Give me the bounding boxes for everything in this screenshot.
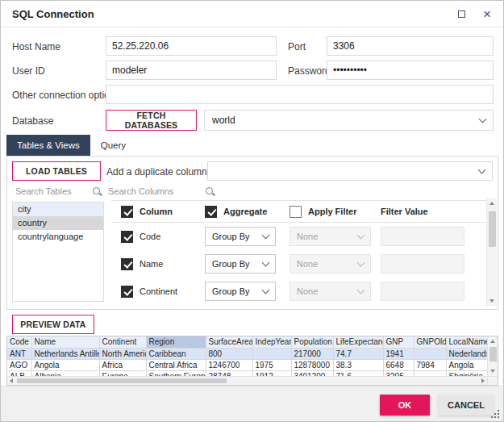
filter-value-input [381, 282, 464, 301]
aggregate-value: Group By [212, 259, 249, 269]
maximize-button[interactable] [448, 1, 474, 27]
password-input[interactable] [327, 61, 494, 80]
column-header-label: Column [140, 207, 173, 216]
fetch-databases-button[interactable]: FETCH DATABASES [106, 110, 197, 131]
preview-data-button[interactable]: PREVIEW DATA [12, 315, 94, 334]
dialog-title: SQL Connection [12, 8, 94, 20]
preview-grid-viewport: Code Name Continent Region SurfaceArea I… [7, 336, 487, 376]
search-columns-input[interactable] [106, 186, 205, 197]
chevron-down-icon [357, 258, 365, 266]
chevron-down-icon [357, 286, 365, 294]
preview-horizontal-scrollbar[interactable] [7, 376, 487, 385]
list-item-city[interactable]: city [13, 203, 103, 216]
user-id-input[interactable] [106, 61, 277, 80]
scroll-thumb[interactable] [489, 347, 497, 361]
column-header-checkbox[interactable] [121, 206, 133, 218]
column-name: Name [140, 259, 163, 269]
scroll-down-icon[interactable] [489, 299, 494, 303]
aggregate-header-checkbox[interactable] [205, 206, 217, 218]
filter-operator-value: None [297, 232, 318, 241]
scroll-left-icon[interactable] [10, 378, 13, 383]
load-tables-button[interactable]: LOAD TABLES [12, 161, 101, 181]
chevron-down-icon [262, 258, 270, 266]
filter-value-input [381, 227, 464, 246]
cancel-button[interactable]: CANCEL [438, 395, 494, 416]
preview-grid: Code Name Continent Region SurfaceArea I… [6, 336, 498, 386]
aggregate-value: Group By [212, 232, 249, 241]
filter-operator-dropdown: None [289, 227, 371, 246]
port-input[interactable] [327, 36, 494, 56]
grid-header-lifeexpectancy[interactable]: LifeExpectancy [333, 336, 383, 348]
database-value: world [212, 115, 235, 126]
list-item-country[interactable]: country [13, 216, 103, 230]
filter-operator-value: None [297, 286, 318, 296]
aggregate-dropdown[interactable]: Group By [205, 227, 276, 246]
grid-header-gnp[interactable]: GNP [383, 336, 414, 348]
grid-header-surfacearea[interactable]: SurfaceArea [206, 336, 252, 348]
apply-filter-header-checkbox[interactable] [289, 206, 302, 218]
row-checkbox[interactable] [121, 231, 133, 243]
grid-header-region[interactable]: Region [146, 336, 206, 348]
filter-operator-dropdown: None [289, 254, 371, 274]
search-columns-box [106, 183, 215, 199]
grid-header-code[interactable]: Code [7, 336, 31, 348]
scroll-right-icon[interactable] [481, 378, 485, 383]
columns-grid: Column Aggregate Apply Filter Filter Val… [111, 200, 487, 305]
grid-header-population[interactable]: Population [291, 336, 333, 348]
list-item-countrylanguage[interactable]: countrylanguage [13, 230, 103, 244]
grid-row[interactable]: AGO Angola Africa Central Africa 1246700… [7, 359, 487, 370]
close-button[interactable]: × [474, 1, 500, 27]
close-icon: × [483, 7, 491, 21]
scroll-down-icon[interactable] [490, 370, 495, 373]
chevron-down-icon [357, 231, 365, 239]
filter-value-input [381, 254, 464, 274]
grid-row[interactable]: ANT Netherlands Antilles North America C… [7, 348, 487, 359]
ok-button[interactable]: OK [380, 395, 430, 416]
filter-operator-value: None [297, 259, 318, 269]
tab-query[interactable]: Query [90, 135, 136, 156]
title-bar: SQL Connection × [1, 1, 503, 27]
grid-header-continent[interactable]: Continent [99, 336, 146, 348]
search-tables-box [14, 183, 102, 199]
grid-header-name[interactable]: Name [31, 336, 99, 348]
other-options-input[interactable] [106, 85, 494, 104]
preview-vertical-scrollbar[interactable] [487, 336, 498, 376]
scrollbar-corner [487, 376, 498, 385]
scroll-thumb[interactable] [489, 211, 496, 247]
tab-tables-views-label: Tables & Views [17, 140, 80, 150]
database-label: Database [12, 115, 53, 127]
resize-grip[interactable] [491, 410, 500, 419]
database-dropdown[interactable]: world [204, 110, 494, 131]
tab-bar: Tables & Views Query [6, 135, 136, 156]
columns-grid-scrollbar[interactable] [486, 198, 497, 306]
grid-header-indepyear[interactable]: IndepYear [252, 336, 291, 348]
grid-row[interactable]: ALB Albania Europe Southern Europe 28748… [7, 370, 487, 376]
row-checkbox[interactable] [121, 258, 133, 270]
grid-header-localname[interactable]: LocalName [446, 336, 487, 348]
search-icon[interactable] [92, 186, 102, 197]
column-name: Continent [140, 286, 177, 296]
tab-tables-views[interactable]: Tables & Views [6, 135, 90, 156]
apply-filter-header-label: Apply Filter [308, 207, 357, 216]
duplicate-column-dropdown[interactable] [207, 161, 493, 181]
scroll-up-icon[interactable] [489, 202, 494, 205]
column-row-name: Name Group By None [111, 250, 487, 278]
aggregate-dropdown[interactable]: Group By [205, 254, 276, 274]
grid-header-gnpold[interactable]: GNPOld [414, 336, 446, 348]
footer-bar: OK CANCEL [1, 386, 503, 421]
maximize-icon [458, 10, 465, 18]
scroll-up-icon[interactable] [490, 340, 495, 343]
aggregate-dropdown[interactable]: Group By [205, 282, 276, 301]
filter-value-header-label: Filter Value [381, 207, 428, 216]
column-row-code: Code Group By None [111, 223, 487, 250]
host-name-input[interactable] [106, 36, 277, 56]
host-name-label: Host Name [12, 41, 60, 52]
search-icon[interactable] [205, 186, 215, 197]
scroll-thumb[interactable] [17, 378, 227, 383]
chevron-down-icon [478, 165, 486, 173]
tables-list: city country countrylanguage [12, 202, 104, 302]
aggregate-value: Group By [212, 286, 249, 296]
password-label: Password [288, 65, 331, 77]
row-checkbox[interactable] [121, 286, 133, 298]
search-tables-input[interactable] [14, 186, 92, 197]
